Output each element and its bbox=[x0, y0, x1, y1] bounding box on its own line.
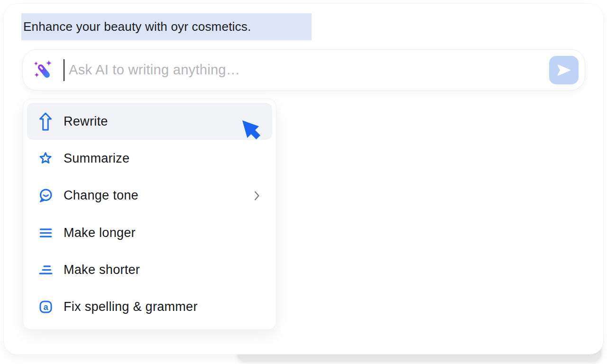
menu-item-summarize[interactable]: Summarize bbox=[27, 140, 272, 177]
menu-item-make-shorter[interactable]: Make shorter bbox=[27, 251, 272, 288]
ai-prompt-input[interactable] bbox=[69, 62, 549, 78]
editor-card: Enhance your beauty with oyr cosmetics. bbox=[4, 4, 603, 355]
lines-taper-icon bbox=[37, 260, 54, 280]
selected-text-highlight[interactable]: Enhance your beauty with oyr cosmetics. bbox=[21, 13, 312, 40]
menu-item-make-longer[interactable]: Make longer bbox=[27, 214, 272, 251]
svg-text:a: a bbox=[43, 302, 48, 312]
text-caret bbox=[64, 59, 64, 81]
letter-a-box-icon: a bbox=[37, 297, 54, 317]
star-icon bbox=[37, 148, 54, 168]
mouse-pointer-icon bbox=[239, 117, 264, 145]
menu-item-change-tone[interactable]: Change tone bbox=[27, 177, 272, 214]
send-button[interactable] bbox=[549, 56, 579, 84]
send-paper-plane-icon bbox=[556, 62, 572, 78]
magic-wand-icon bbox=[33, 59, 54, 82]
menu-item-label: Fix spelling & grammer bbox=[64, 300, 198, 314]
menu-item-label: Summarize bbox=[64, 151, 129, 166]
menu-item-label: Rewrite bbox=[64, 114, 108, 129]
chat-smile-icon bbox=[37, 186, 54, 206]
chevron-right-icon bbox=[254, 191, 260, 200]
menu-item-label: Make shorter bbox=[64, 263, 140, 277]
selected-text: Enhance your beauty with oyr cosmetics. bbox=[21, 19, 251, 34]
menu-item-rewrite[interactable]: Rewrite bbox=[27, 103, 272, 140]
menu-item-fix-spelling[interactable]: a Fix spelling & grammer bbox=[27, 289, 272, 326]
ai-actions-menu: Rewrite Summarize Chan bbox=[23, 99, 276, 330]
menu-item-label: Make longer bbox=[64, 226, 136, 240]
ai-prompt-bar[interactable] bbox=[22, 49, 585, 91]
lines-equal-icon bbox=[37, 223, 54, 243]
arrow-up-icon bbox=[37, 111, 54, 131]
ai-writing-assistant: Enhance your beauty with oyr cosmetics. bbox=[0, 0, 607, 364]
menu-item-label: Change tone bbox=[64, 188, 138, 203]
